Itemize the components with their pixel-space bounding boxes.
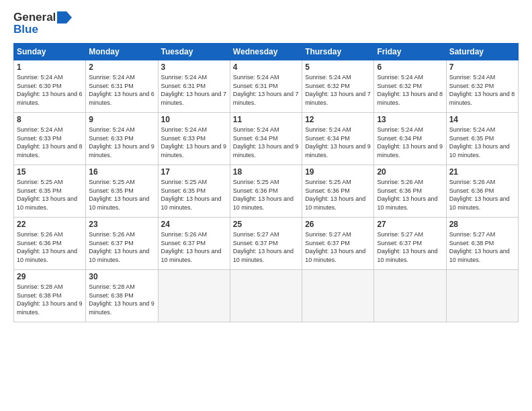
calendar-cell: 17Sunrise: 5:25 AMSunset: 6:35 PMDayligh… bbox=[158, 165, 230, 218]
day-number: 30 bbox=[89, 272, 154, 281]
calendar-cell: 8Sunrise: 5:24 AMSunset: 6:33 PMDaylight… bbox=[14, 113, 86, 165]
day-info: Sunrise: 5:24 AMSunset: 6:33 PMDaylight:… bbox=[89, 126, 154, 159]
day-info: Sunrise: 5:26 AMSunset: 6:37 PMDaylight:… bbox=[161, 230, 227, 264]
calendar-cell: 21Sunrise: 5:26 AMSunset: 6:36 PMDayligh… bbox=[446, 165, 518, 218]
calendar-cell: 6Sunrise: 5:24 AMSunset: 6:32 PMDaylight… bbox=[374, 60, 446, 113]
weekday-header-row: SundayMondayTuesdayWednesdayThursdayFrid… bbox=[14, 44, 519, 60]
day-info: Sunrise: 5:25 AMSunset: 6:35 PMDaylight:… bbox=[161, 178, 227, 212]
calendar-cell bbox=[302, 270, 374, 322]
weekday-header-tuesday: Tuesday bbox=[158, 44, 230, 60]
day-number: 24 bbox=[161, 220, 227, 229]
day-info: Sunrise: 5:27 AMSunset: 6:37 PMDaylight:… bbox=[305, 230, 371, 264]
calendar-cell: 14Sunrise: 5:24 AMSunset: 6:35 PMDayligh… bbox=[446, 113, 518, 165]
day-info: Sunrise: 5:26 AMSunset: 6:36 PMDaylight:… bbox=[17, 230, 83, 264]
day-number: 8 bbox=[17, 115, 83, 124]
weekday-header-saturday: Saturday bbox=[446, 44, 518, 60]
calendar-cell bbox=[374, 270, 446, 322]
day-number: 26 bbox=[305, 220, 371, 229]
day-number: 5 bbox=[305, 62, 371, 72]
day-info: Sunrise: 5:24 AMSunset: 6:32 PMDaylight:… bbox=[377, 73, 443, 107]
day-number: 10 bbox=[161, 115, 227, 124]
logo-general: General bbox=[13, 11, 56, 24]
header: General Blue bbox=[13, 11, 519, 36]
day-info: Sunrise: 5:24 AMSunset: 6:31 PMDaylight:… bbox=[161, 73, 227, 107]
day-number: 19 bbox=[305, 167, 371, 177]
day-number: 4 bbox=[233, 62, 299, 72]
calendar-cell: 29Sunrise: 5:28 AMSunset: 6:38 PMDayligh… bbox=[14, 270, 86, 322]
calendar-cell: 11Sunrise: 5:24 AMSunset: 6:34 PMDayligh… bbox=[230, 113, 302, 165]
calendar-cell: 9Sunrise: 5:24 AMSunset: 6:33 PMDaylight… bbox=[86, 113, 158, 165]
day-number: 6 bbox=[377, 62, 443, 72]
calendar-cell: 28Sunrise: 5:27 AMSunset: 6:38 PMDayligh… bbox=[446, 218, 518, 270]
calendar-cell: 4Sunrise: 5:24 AMSunset: 6:31 PMDaylight… bbox=[230, 60, 302, 113]
day-number: 16 bbox=[89, 167, 154, 177]
day-number: 25 bbox=[233, 220, 299, 229]
day-info: Sunrise: 5:24 AMSunset: 6:34 PMDaylight:… bbox=[305, 126, 371, 159]
day-number: 20 bbox=[377, 167, 443, 177]
day-info: Sunrise: 5:24 AMSunset: 6:33 PMDaylight:… bbox=[17, 126, 83, 159]
calendar-week-4: 22Sunrise: 5:26 AMSunset: 6:36 PMDayligh… bbox=[14, 218, 519, 270]
day-number: 1 bbox=[17, 62, 83, 72]
day-number: 9 bbox=[89, 115, 154, 124]
day-info: Sunrise: 5:24 AMSunset: 6:33 PMDaylight:… bbox=[161, 126, 227, 159]
calendar-cell bbox=[230, 270, 302, 322]
calendar-header: SundayMondayTuesdayWednesdayThursdayFrid… bbox=[14, 44, 519, 60]
day-info: Sunrise: 5:24 AMSunset: 6:30 PMDaylight:… bbox=[17, 73, 83, 107]
calendar-week-5: 29Sunrise: 5:28 AMSunset: 6:38 PMDayligh… bbox=[14, 270, 519, 322]
calendar-cell: 7Sunrise: 5:24 AMSunset: 6:32 PMDaylight… bbox=[446, 60, 518, 113]
day-info: Sunrise: 5:24 AMSunset: 6:32 PMDaylight:… bbox=[449, 73, 515, 107]
weekday-header-wednesday: Wednesday bbox=[230, 44, 302, 60]
calendar-week-1: 1Sunrise: 5:24 AMSunset: 6:30 PMDaylight… bbox=[14, 60, 519, 113]
day-info: Sunrise: 5:28 AMSunset: 6:38 PMDaylight:… bbox=[89, 283, 154, 316]
logo: General Blue bbox=[13, 11, 72, 36]
day-info: Sunrise: 5:26 AMSunset: 6:36 PMDaylight:… bbox=[377, 178, 443, 212]
day-number: 11 bbox=[233, 115, 299, 124]
day-info: Sunrise: 5:28 AMSunset: 6:38 PMDaylight:… bbox=[17, 283, 83, 316]
day-number: 17 bbox=[161, 167, 227, 177]
calendar-cell: 10Sunrise: 5:24 AMSunset: 6:33 PMDayligh… bbox=[158, 113, 230, 165]
calendar-cell: 23Sunrise: 5:26 AMSunset: 6:37 PMDayligh… bbox=[86, 218, 158, 270]
calendar-cell: 22Sunrise: 5:26 AMSunset: 6:36 PMDayligh… bbox=[14, 218, 86, 270]
calendar-cell: 25Sunrise: 5:27 AMSunset: 6:37 PMDayligh… bbox=[230, 218, 302, 270]
day-info: Sunrise: 5:24 AMSunset: 6:34 PMDaylight:… bbox=[233, 126, 299, 159]
calendar-cell: 5Sunrise: 5:24 AMSunset: 6:32 PMDaylight… bbox=[302, 60, 374, 113]
weekday-header-thursday: Thursday bbox=[302, 44, 374, 60]
page: General Blue SundayMondayTuesdayWednesda… bbox=[0, 0, 532, 411]
calendar-cell: 12Sunrise: 5:24 AMSunset: 6:34 PMDayligh… bbox=[302, 113, 374, 165]
day-info: Sunrise: 5:26 AMSunset: 6:36 PMDaylight:… bbox=[449, 178, 515, 212]
day-number: 13 bbox=[377, 115, 443, 124]
day-info: Sunrise: 5:27 AMSunset: 6:37 PMDaylight:… bbox=[233, 230, 299, 264]
day-info: Sunrise: 5:24 AMSunset: 6:35 PMDaylight:… bbox=[449, 126, 515, 159]
calendar-cell: 2Sunrise: 5:24 AMSunset: 6:31 PMDaylight… bbox=[86, 60, 158, 113]
day-info: Sunrise: 5:25 AMSunset: 6:36 PMDaylight:… bbox=[305, 178, 371, 212]
weekday-header-friday: Friday bbox=[374, 44, 446, 60]
calendar: SundayMondayTuesdayWednesdayThursdayFrid… bbox=[13, 43, 519, 322]
day-info: Sunrise: 5:25 AMSunset: 6:35 PMDaylight:… bbox=[17, 178, 83, 212]
day-number: 23 bbox=[89, 220, 154, 229]
calendar-cell: 30Sunrise: 5:28 AMSunset: 6:38 PMDayligh… bbox=[86, 270, 158, 322]
calendar-cell: 13Sunrise: 5:24 AMSunset: 6:34 PMDayligh… bbox=[374, 113, 446, 165]
day-number: 28 bbox=[449, 220, 515, 229]
calendar-cell bbox=[446, 270, 518, 322]
day-info: Sunrise: 5:25 AMSunset: 6:35 PMDaylight:… bbox=[89, 178, 154, 212]
day-info: Sunrise: 5:27 AMSunset: 6:38 PMDaylight:… bbox=[449, 230, 515, 264]
calendar-week-3: 15Sunrise: 5:25 AMSunset: 6:35 PMDayligh… bbox=[14, 165, 519, 218]
day-info: Sunrise: 5:25 AMSunset: 6:36 PMDaylight:… bbox=[233, 178, 299, 212]
logo-icon bbox=[57, 11, 72, 24]
day-number: 27 bbox=[377, 220, 443, 229]
day-info: Sunrise: 5:24 AMSunset: 6:31 PMDaylight:… bbox=[89, 73, 154, 107]
day-info: Sunrise: 5:26 AMSunset: 6:37 PMDaylight:… bbox=[89, 230, 154, 264]
calendar-cell: 15Sunrise: 5:25 AMSunset: 6:35 PMDayligh… bbox=[14, 165, 86, 218]
day-number: 3 bbox=[161, 62, 227, 72]
calendar-cell: 18Sunrise: 5:25 AMSunset: 6:36 PMDayligh… bbox=[230, 165, 302, 218]
day-info: Sunrise: 5:24 AMSunset: 6:32 PMDaylight:… bbox=[305, 73, 371, 107]
day-info: Sunrise: 5:24 AMSunset: 6:31 PMDaylight:… bbox=[233, 73, 299, 107]
calendar-week-2: 8Sunrise: 5:24 AMSunset: 6:33 PMDaylight… bbox=[14, 113, 519, 165]
day-number: 7 bbox=[449, 62, 515, 72]
day-info: Sunrise: 5:24 AMSunset: 6:34 PMDaylight:… bbox=[377, 126, 443, 159]
day-info: Sunrise: 5:27 AMSunset: 6:37 PMDaylight:… bbox=[377, 230, 443, 264]
day-number: 22 bbox=[17, 220, 83, 229]
calendar-cell: 20Sunrise: 5:26 AMSunset: 6:36 PMDayligh… bbox=[374, 165, 446, 218]
calendar-cell: 24Sunrise: 5:26 AMSunset: 6:37 PMDayligh… bbox=[158, 218, 230, 270]
weekday-header-monday: Monday bbox=[86, 44, 158, 60]
